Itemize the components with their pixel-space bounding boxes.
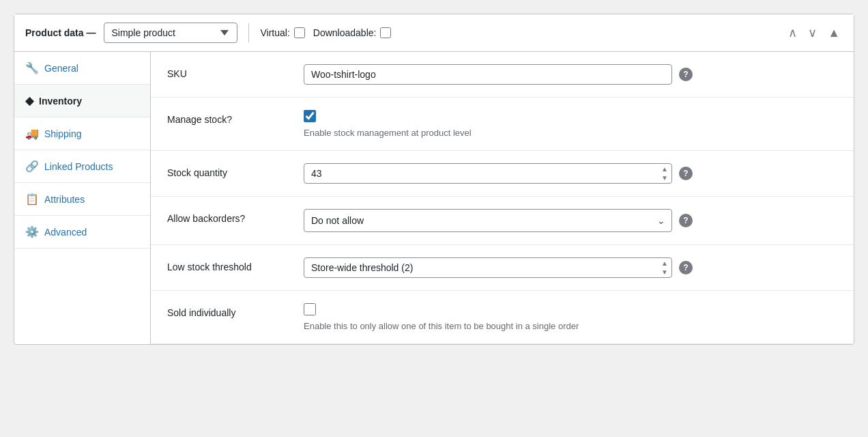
sidebar-item-attributes[interactable]: 📋 Attributes bbox=[14, 183, 150, 216]
stock-quantity-help-icon[interactable]: ? bbox=[679, 167, 693, 180]
stock-quantity-row: Stock quantity ▲ ▼ ? bbox=[151, 151, 854, 197]
collapse-button[interactable]: ▲ bbox=[825, 25, 843, 40]
sold-individually-label: Sold individually bbox=[167, 303, 304, 318]
sold-individually-input-row bbox=[304, 303, 837, 315]
sku-field-content: ? bbox=[304, 64, 837, 85]
sidebar-label-general: General bbox=[44, 63, 78, 74]
sku-input[interactable] bbox=[304, 64, 672, 85]
sold-individually-field-content: Enable this to only allow one of this it… bbox=[304, 303, 837, 331]
low-stock-threshold-spinners: ▲ ▼ bbox=[659, 259, 671, 277]
sku-help-icon[interactable]: ? bbox=[679, 68, 693, 81]
product-data-panel: Product data — Simple product Variable p… bbox=[14, 14, 854, 345]
panel-header: Product data — Simple product Variable p… bbox=[14, 14, 854, 52]
sku-row: SKU ? bbox=[151, 52, 854, 98]
link-icon: 🔗 bbox=[25, 160, 39, 173]
low-stock-threshold-wrapper: ▲ ▼ bbox=[304, 257, 672, 278]
virtual-label: Virtual: bbox=[260, 27, 289, 38]
allow-backorders-label: Allow backorders? bbox=[167, 209, 304, 224]
header-divider bbox=[248, 23, 249, 42]
low-stock-threshold-row: Low stock threshold ▲ ▼ ? bbox=[151, 245, 854, 291]
manage-stock-label: Manage stock? bbox=[167, 110, 304, 125]
panel-title: Product data — bbox=[25, 27, 96, 38]
manage-stock-checkbox[interactable] bbox=[304, 110, 316, 122]
stock-quantity-label: Stock quantity bbox=[167, 163, 304, 178]
sold-individually-row: Sold individually Enable this to only al… bbox=[151, 291, 854, 344]
list-icon: 📋 bbox=[25, 193, 39, 206]
stock-quantity-increment[interactable]: ▲ bbox=[659, 165, 671, 173]
allow-backorders-input-row: Do not allow Allow Allow, but notify cus… bbox=[304, 209, 837, 232]
sidebar: 🔧 General ◆ Inventory 🚚 Shipping 🔗 Linke… bbox=[14, 52, 151, 344]
low-stock-threshold-help-icon[interactable]: ? bbox=[679, 261, 693, 274]
scroll-down-button[interactable]: ∨ bbox=[805, 25, 820, 40]
truck-icon: 🚚 bbox=[25, 127, 39, 140]
manage-stock-hint: Enable stock management at product level bbox=[304, 128, 837, 138]
diamond-icon: ◆ bbox=[25, 94, 33, 107]
downloadable-label: Downloadable: bbox=[313, 27, 377, 38]
low-stock-threshold-input-row: ▲ ▼ ? bbox=[304, 257, 837, 278]
virtual-checkbox-group[interactable]: Virtual: bbox=[260, 27, 304, 38]
allow-backorders-row: Allow backorders? Do not allow Allow All… bbox=[151, 197, 854, 245]
allow-backorders-select[interactable]: Do not allow Allow Allow, but notify cus… bbox=[304, 209, 672, 232]
downloadable-checkbox[interactable] bbox=[380, 27, 391, 38]
allow-backorders-help-icon[interactable]: ? bbox=[679, 214, 693, 227]
sidebar-item-linked-products[interactable]: 🔗 Linked Products bbox=[14, 150, 150, 183]
manage-stock-row: Manage stock? Enable stock management at… bbox=[151, 98, 854, 151]
sku-input-row: ? bbox=[304, 64, 837, 85]
allow-backorders-field-content: Do not allow Allow Allow, but notify cus… bbox=[304, 209, 837, 232]
sidebar-label-advanced: Advanced bbox=[44, 227, 87, 238]
header-actions: ∧ ∨ ▲ bbox=[785, 25, 843, 40]
stock-quantity-spinners: ▲ ▼ bbox=[659, 165, 671, 182]
stock-quantity-input[interactable] bbox=[304, 163, 672, 184]
manage-stock-field-content: Enable stock management at product level bbox=[304, 110, 837, 138]
manage-stock-input-row bbox=[304, 110, 837, 122]
stock-quantity-decrement[interactable]: ▼ bbox=[659, 174, 671, 182]
sidebar-label-attributes: Attributes bbox=[44, 194, 85, 205]
allow-backorders-select-wrapper: Do not allow Allow Allow, but notify cus… bbox=[304, 209, 672, 232]
downloadable-checkbox-group[interactable]: Downloadable: bbox=[313, 27, 392, 38]
stock-quantity-wrapper: ▲ ▼ bbox=[304, 163, 672, 184]
low-stock-threshold-label: Low stock threshold bbox=[167, 257, 304, 272]
sold-individually-hint: Enable this to only allow one of this it… bbox=[304, 321, 837, 331]
sidebar-item-shipping[interactable]: 🚚 Shipping bbox=[14, 117, 150, 150]
stock-quantity-field-content: ▲ ▼ ? bbox=[304, 163, 837, 184]
low-stock-threshold-increment[interactable]: ▲ bbox=[659, 259, 671, 268]
wrench-icon: 🔧 bbox=[25, 61, 39, 74]
sku-label: SKU bbox=[167, 64, 304, 79]
sidebar-item-advanced[interactable]: ⚙️ Advanced bbox=[14, 216, 150, 249]
main-content: SKU ? Manage stock? Enable stock managem… bbox=[151, 52, 854, 344]
product-type-select[interactable]: Simple product Variable product Grouped … bbox=[104, 23, 237, 43]
low-stock-threshold-input[interactable] bbox=[304, 257, 672, 278]
low-stock-threshold-field-content: ▲ ▼ ? bbox=[304, 257, 837, 278]
sidebar-label-inventory: Inventory bbox=[39, 96, 82, 107]
sidebar-label-linked-products: Linked Products bbox=[44, 161, 113, 172]
sidebar-label-shipping: Shipping bbox=[44, 128, 82, 139]
sold-individually-checkbox[interactable] bbox=[304, 303, 316, 315]
panel-body: 🔧 General ◆ Inventory 🚚 Shipping 🔗 Linke… bbox=[14, 52, 854, 344]
sidebar-item-general[interactable]: 🔧 General bbox=[14, 52, 150, 85]
sidebar-item-inventory[interactable]: ◆ Inventory bbox=[14, 85, 150, 117]
stock-quantity-input-row: ▲ ▼ ? bbox=[304, 163, 837, 184]
virtual-checkbox[interactable] bbox=[294, 27, 305, 38]
low-stock-threshold-decrement[interactable]: ▼ bbox=[659, 268, 671, 277]
scroll-up-button[interactable]: ∧ bbox=[785, 25, 800, 40]
gear-icon: ⚙️ bbox=[25, 225, 39, 238]
